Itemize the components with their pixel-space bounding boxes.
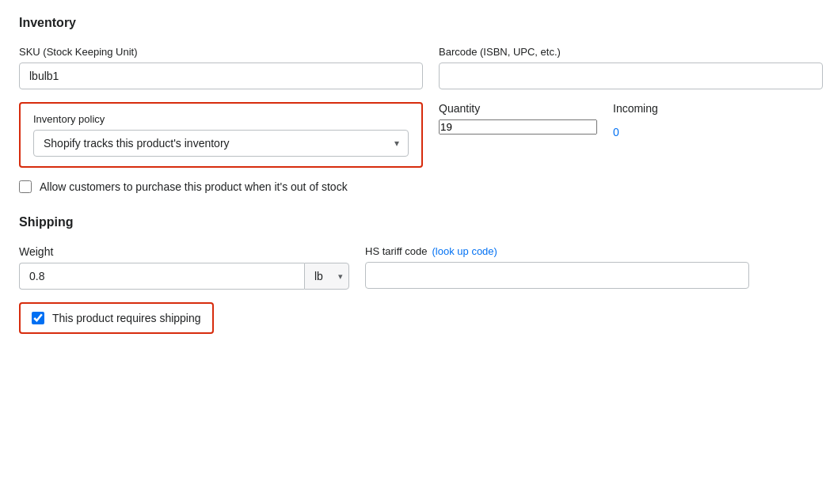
- hs-tariff-input[interactable]: [365, 262, 749, 289]
- quantity-group: Quantity: [439, 102, 597, 135]
- weight-hs-row: Weight lb kg oz g ▾ HS tariff code (look…: [19, 245, 807, 290]
- inventory-policy-label: Inventory policy: [33, 113, 409, 125]
- weight-unit-select[interactable]: lb kg oz g: [304, 263, 349, 290]
- hs-tariff-lookup-link[interactable]: (look up code): [432, 245, 497, 257]
- shipping-title: Shipping: [19, 215, 807, 229]
- sku-group: SKU (Stock Keeping Unit): [19, 46, 423, 89]
- requires-shipping-label: This product requires shipping: [52, 312, 201, 324]
- sku-label: SKU (Stock Keeping Unit): [19, 46, 423, 58]
- requires-shipping-box: This product requires shipping: [19, 302, 214, 334]
- quantity-label: Quantity: [439, 102, 597, 115]
- shipping-section: Shipping Weight lb kg oz g ▾ HS tar: [19, 215, 807, 334]
- hs-tariff-group: HS tariff code (look up code): [365, 245, 749, 289]
- inventory-policy-select[interactable]: Shopify tracks this product's inventory …: [33, 130, 409, 157]
- incoming-group: Incoming 0: [613, 102, 658, 145]
- barcode-label: Barcode (ISBN, UPC, etc.): [439, 46, 823, 58]
- weight-input[interactable]: [19, 263, 304, 290]
- inventory-policy-box: Inventory policy Shopify tracks this pro…: [19, 102, 423, 168]
- inventory-policy-select-wrapper: Shopify tracks this product's inventory …: [33, 130, 409, 157]
- hs-tariff-label-text: HS tariff code: [365, 245, 428, 257]
- hs-tariff-label-row: HS tariff code (look up code): [365, 245, 749, 257]
- out-of-stock-checkbox[interactable]: [19, 180, 32, 193]
- requires-shipping-checkbox[interactable]: [32, 312, 44, 324]
- weight-unit-select-wrapper: lb kg oz g ▾: [304, 263, 349, 290]
- policy-quantity-row: Inventory policy Shopify tracks this pro…: [19, 102, 807, 168]
- quantity-incoming-row: Quantity Incoming 0: [439, 102, 658, 145]
- barcode-input[interactable]: [439, 63, 823, 89]
- quantity-input[interactable]: [439, 119, 597, 135]
- out-of-stock-label: Allow customers to purchase this product…: [40, 180, 348, 193]
- inventory-title: Inventory: [19, 16, 807, 30]
- weight-input-wrapper: lb kg oz g ▾: [19, 263, 349, 290]
- incoming-value[interactable]: 0: [613, 119, 658, 145]
- incoming-label: Incoming: [613, 102, 658, 115]
- sku-barcode-row: SKU (Stock Keeping Unit) Barcode (ISBN, …: [19, 46, 807, 89]
- weight-label: Weight: [19, 245, 349, 258]
- weight-group: Weight lb kg oz g ▾: [19, 245, 349, 290]
- barcode-group: Barcode (ISBN, UPC, etc.): [439, 46, 823, 89]
- sku-input[interactable]: [19, 63, 423, 89]
- out-of-stock-row: Allow customers to purchase this product…: [19, 180, 807, 193]
